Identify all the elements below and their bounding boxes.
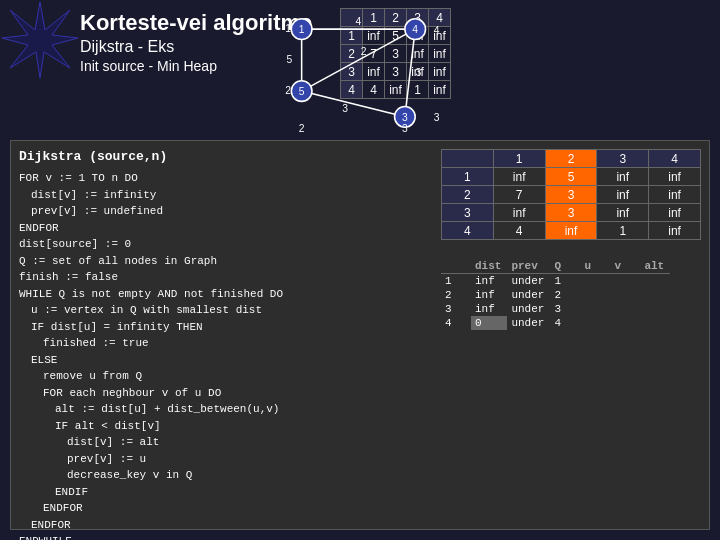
code-line: ELSE <box>19 352 431 369</box>
code-line: prev[v] := u <box>19 451 431 468</box>
code-line: decrease_key v in Q <box>19 467 431 484</box>
svg-text:3: 3 <box>434 112 440 123</box>
code-line: alt := dist[u] + dist_between(u,v) <box>19 401 431 418</box>
state-row: 2infunder2 <box>441 288 670 302</box>
code-line: dist[v] := alt <box>19 434 431 451</box>
svg-text:5: 5 <box>286 54 292 65</box>
page-title: Korteste-vei algoritme <box>80 10 312 36</box>
code-line: IF dist[u] = infinity THEN <box>19 319 431 336</box>
header-block: Korteste-vei algoritme Dijkstra - Eks In… <box>80 10 312 74</box>
code-line: ENDFOR <box>19 500 431 517</box>
subtitle: Dijkstra - Eks <box>80 38 312 56</box>
svg-marker-0 <box>2 2 78 78</box>
right-content: 12341inf5infinf273infinf3inf3infinf44inf… <box>441 149 701 521</box>
svg-text:4: 4 <box>434 25 440 36</box>
svg-line-3 <box>302 29 416 91</box>
state-row: 1infunder1 <box>441 274 670 289</box>
state-row: 40under4 <box>441 316 670 330</box>
svg-text:1: 1 <box>285 23 291 34</box>
code-line: ENDFOR <box>19 517 431 534</box>
code-line: Q := set of all nodes in Graph <box>19 253 431 270</box>
code-line: dist[source] := 0 <box>19 236 431 253</box>
svg-text:4: 4 <box>356 16 362 27</box>
code-line: IF alt < dist[v] <box>19 418 431 435</box>
source-label: Init source - Min Heap <box>80 58 312 74</box>
code-line: remove u from Q <box>19 368 431 385</box>
svg-text:2: 2 <box>299 123 305 133</box>
code-line: prev[v] := undefined <box>19 203 431 220</box>
code-line: u := vertex in Q with smallest dist <box>19 302 431 319</box>
svg-text:5: 5 <box>299 86 305 97</box>
code-line: ENDWHILE <box>19 533 431 540</box>
svg-text:3: 3 <box>402 123 408 133</box>
starburst-decoration <box>0 0 80 80</box>
svg-line-5 <box>405 29 415 117</box>
main-panel: Dijkstra (source,n) FOR v := 1 TO n DOdi… <box>10 140 710 530</box>
code-line: ENDIF <box>19 484 431 501</box>
top-matrix-area: 12341inf5infinf273infinf3inf3infinf44inf… <box>340 8 451 99</box>
svg-text:3: 3 <box>415 67 421 78</box>
code-title: Dijkstra (source,n) <box>19 149 431 164</box>
code-line: finished := true <box>19 335 431 352</box>
svg-text:2: 2 <box>285 85 291 96</box>
code-line: FOR v := 1 TO n DO <box>19 170 431 187</box>
svg-text:3: 3 <box>342 103 348 114</box>
svg-text:1: 1 <box>299 24 305 35</box>
graph-visualization: 4 5 2 3 3 1 5 4 3 4 1 2 3 2 3 <box>281 13 441 133</box>
code-line: FOR each neghbour v of u DO <box>19 385 431 402</box>
svg-text:2: 2 <box>361 46 367 57</box>
state-table: distprevQuvalt1infunder12infunder23infun… <box>441 259 701 330</box>
code-section: Dijkstra (source,n) FOR v := 1 TO n DOdi… <box>19 149 431 521</box>
state-row: 3infunder3 <box>441 302 670 316</box>
code-line: finish := false <box>19 269 431 286</box>
code-line: dist[v] := infinity <box>19 187 431 204</box>
state-matrix: 12341inf5infinf273infinf3inf3infinf44inf… <box>441 149 701 240</box>
svg-line-4 <box>302 91 405 117</box>
code-line: ENDFOR <box>19 220 431 237</box>
svg-text:4: 4 <box>412 24 418 35</box>
svg-text:3: 3 <box>402 112 408 123</box>
code-lines: FOR v := 1 TO n DOdist[v] := infinitypre… <box>19 170 431 540</box>
code-line: WHILE Q is not empty AND not finished DO <box>19 286 431 303</box>
